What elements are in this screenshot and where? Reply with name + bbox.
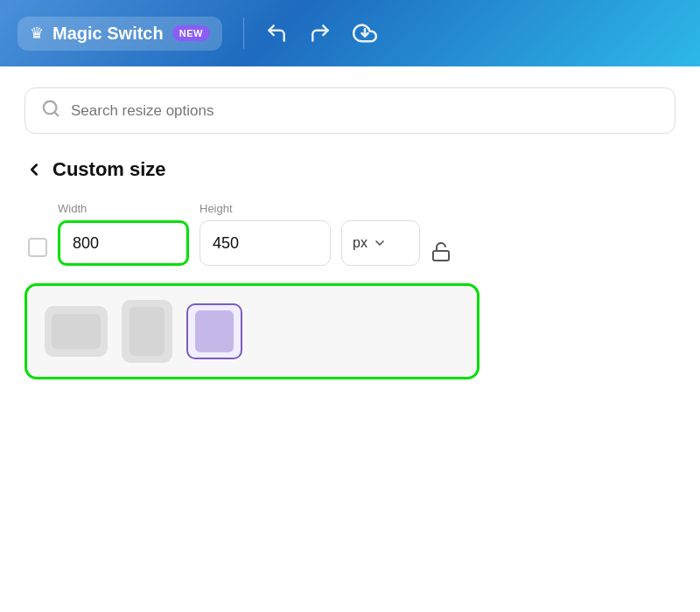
dimensions-row: Width Height px: [24, 202, 676, 266]
cloud-save-button[interactable]: [353, 21, 377, 45]
svg-line-2: [54, 112, 58, 115]
redo-button[interactable]: [309, 22, 332, 45]
square-shape: [195, 310, 234, 352]
header: ♛ Magic Switch NEW: [0, 0, 700, 66]
unit-select[interactable]: px: [341, 220, 420, 266]
lock-icon: [430, 241, 452, 262]
portrait-button[interactable]: [122, 300, 172, 363]
height-input[interactable]: [200, 220, 331, 266]
search-container: [24, 87, 676, 134]
height-label: Height: [200, 202, 331, 215]
svg-rect-3: [433, 251, 449, 261]
chevron-down-icon: [373, 236, 387, 250]
search-input[interactable]: [71, 102, 659, 120]
landscape-button[interactable]: [45, 306, 108, 357]
back-icon: [24, 160, 44, 179]
crown-icon: ♛: [30, 24, 44, 43]
square-button[interactable]: [186, 303, 242, 359]
unit-text: px: [353, 235, 368, 251]
new-badge: NEW: [172, 25, 210, 41]
landscape-shape: [52, 314, 101, 349]
portrait-shape: [130, 307, 164, 356]
section-header: Custom size: [24, 158, 676, 181]
header-divider: [243, 17, 244, 49]
width-input[interactable]: [58, 220, 189, 266]
section-title: Custom size: [52, 158, 166, 181]
width-label: Width: [58, 202, 189, 215]
checkbox-wrapper: [28, 238, 47, 261]
cloud-icon: [353, 21, 377, 45]
brand-area: ♛ Magic Switch NEW: [18, 17, 222, 51]
lock-aspect-button[interactable]: [430, 241, 452, 262]
undo-button[interactable]: [265, 22, 288, 45]
search-icon: [41, 99, 60, 122]
height-group: Height: [200, 202, 331, 266]
back-button[interactable]: [24, 160, 44, 179]
orientation-selector: [24, 283, 480, 379]
width-group: Width: [58, 202, 189, 266]
app-title: Magic Switch: [52, 24, 164, 44]
header-actions: [265, 21, 377, 45]
redo-icon: [309, 22, 332, 45]
main-content: Custom size Width Height px: [0, 66, 700, 612]
link-dimensions-checkbox[interactable]: [28, 238, 47, 257]
undo-icon: [265, 22, 288, 45]
